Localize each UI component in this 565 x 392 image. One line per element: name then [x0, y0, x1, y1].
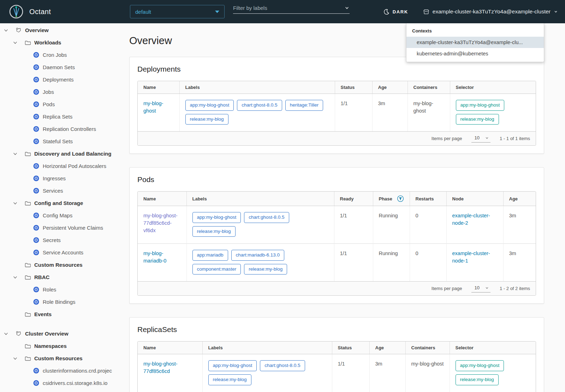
- sidebar-item-label: Daemon Sets: [43, 64, 75, 70]
- resource-link[interactable]: my-blog-ghost: [143, 100, 174, 115]
- resource-link[interactable]: my-blog-mariadb-0: [143, 250, 181, 265]
- chevron-down-icon[interactable]: [4, 331, 16, 336]
- sidebar-item-pods[interactable]: Pods: [0, 98, 120, 110]
- pods-table: NameLabelsReadyPhaseRestartsNodeAgemy-bl…: [138, 192, 536, 281]
- cell-text: my-blog-ghost: [411, 361, 444, 367]
- resource-link[interactable]: example-cluster-node-2: [452, 212, 498, 227]
- context-option-selected[interactable]: example-cluster-ka3TuTzYo4a@example-clu.…: [406, 37, 544, 48]
- table-cell: example-cluster-node-2: [446, 206, 503, 244]
- column-header-status: Status: [332, 342, 369, 354]
- resource-link[interactable]: my-blog-ghost-77df85c6cd: [143, 360, 197, 375]
- table-cell: 1/1: [334, 206, 373, 244]
- table-row: my-blog-ghost-77df85c6cdapp:my-blog-ghos…: [138, 354, 536, 392]
- label-tag: release:my-blog: [244, 264, 287, 275]
- app-title: Octant: [29, 8, 51, 16]
- page-size-value: 10: [475, 135, 480, 140]
- column-header-name: Name: [138, 342, 202, 354]
- cell-text: 3m: [375, 361, 382, 367]
- sidebar-item-custom-resources[interactable]: Custom Resources: [0, 259, 120, 271]
- table-cell: example-cluster-node-1: [446, 244, 503, 282]
- sidebar-item-horizontal-pod-autoscalers[interactable]: Horizontal Pod Autoscalers: [0, 160, 120, 172]
- chevron-down-icon[interactable]: [13, 275, 25, 280]
- pagination-range: 1 - 2 of 2 items: [500, 286, 530, 291]
- column-header-label: Age: [378, 85, 387, 90]
- services-icon: [33, 188, 39, 194]
- sections-container: DeploymentsNameLabelsStatusAgeContainers…: [129, 57, 544, 392]
- label-tag: heritage:Tiller: [285, 100, 323, 111]
- sidebar-item-config-maps[interactable]: Config Maps: [0, 209, 120, 222]
- selector-tag: app:my-blog-ghost: [456, 100, 505, 111]
- sidebar-item-overview[interactable]: Overview: [0, 24, 120, 36]
- page-size-select[interactable]: 10: [471, 284, 490, 293]
- sidebar-item-replica-sets[interactable]: Replica Sets: [0, 110, 120, 123]
- pods-icon: [33, 101, 39, 107]
- sidebar-item-namespaces[interactable]: Namespaces: [0, 340, 120, 352]
- cell-text: 1/1: [338, 361, 345, 367]
- sidebar-item-csidrivers-csi-storage-k8s-io[interactable]: csidrivers.csi.storage.k8s.io: [0, 377, 120, 389]
- chevron-down-icon[interactable]: [4, 28, 16, 33]
- cell-text: 3m: [509, 251, 516, 256]
- sidebar-item-label: RBAC: [34, 274, 49, 280]
- deployments-table: NameLabelsStatusAgeContainersSelectormy-…: [138, 81, 536, 131]
- sidebar-item-config-and-storage[interactable]: Config and Storage: [0, 197, 120, 209]
- sidebar-item-secrets[interactable]: Secrets: [0, 234, 120, 246]
- column-header-name: Name: [138, 81, 179, 94]
- sidebar-item-workloads[interactable]: Workloads: [0, 36, 120, 49]
- sidebar-item-label: Role Bindings: [43, 299, 76, 305]
- sidebar-item-label: Replica Sets: [43, 114, 72, 120]
- label-tags: app:my-blog-ghostchart:ghost-8.0.5releas…: [208, 360, 326, 385]
- label-tag: chart:ghost-8.0.5: [260, 360, 305, 371]
- secrets-icon: [33, 237, 39, 243]
- sidebar-item-deployments[interactable]: Deployments: [0, 73, 120, 86]
- sidebar-item-cron-jobs[interactable]: Cron Jobs: [0, 49, 120, 61]
- chevron-down-icon[interactable]: [344, 5, 350, 11]
- sidebar-item-jobs[interactable]: Jobs: [0, 86, 120, 98]
- sidebar-item-custom-resources[interactable]: Custom Resources: [0, 352, 120, 364]
- chevron-down-icon[interactable]: [13, 356, 25, 361]
- sidebar-item-services[interactable]: Services: [0, 185, 120, 197]
- label-tag: app:mariadb: [192, 250, 228, 261]
- chevron-down-icon[interactable]: [13, 40, 25, 45]
- section-title: ReplicaSets: [137, 325, 536, 334]
- chevron-down-icon: [485, 286, 489, 290]
- chevron-down-icon[interactable]: [13, 201, 25, 206]
- sidebar-item-discovery-and-load-balancing[interactable]: Discovery and Load Balancing: [0, 147, 120, 160]
- column-header-labels: Labels: [202, 342, 332, 354]
- label-tag: app:my-blog-ghost: [208, 360, 257, 371]
- resource-link[interactable]: example-cluster-node-1: [452, 250, 498, 265]
- filter-funnel-icon[interactable]: [397, 195, 404, 202]
- folder-icon: [25, 343, 31, 349]
- context-selector-button[interactable]: example-cluster-ka3TuTzYo4a@example-clus…: [423, 8, 558, 15]
- column-header-label: Age: [509, 196, 518, 201]
- column-header-restarts: Restarts: [410, 192, 446, 206]
- resource-link[interactable]: my-blog-ghost-77df85c6cd-vf6dx: [143, 212, 181, 234]
- sidebar-item-stateful-sets[interactable]: Stateful Sets: [0, 135, 120, 147]
- sidebar-item-rbac[interactable]: RBAC: [0, 271, 120, 283]
- replica-sets-icon: [33, 114, 39, 120]
- column-header-ready: Ready: [334, 192, 373, 206]
- sidebar-item-daemon-sets[interactable]: Daemon Sets: [0, 61, 120, 73]
- context-option[interactable]: kubernetes-admin@kubernetes: [406, 48, 544, 59]
- sidebar-item-replication-controllers[interactable]: Replication Controllers: [0, 123, 120, 135]
- label-filter-input[interactable]: [233, 5, 344, 11]
- namespace-select[interactable]: default: [130, 5, 225, 18]
- custom-resource-icon: [33, 380, 39, 386]
- sidebar-item-events[interactable]: Events: [0, 308, 120, 320]
- dark-theme-toggle[interactable]: DARK: [383, 9, 408, 15]
- label-tag: release:my-blog: [208, 374, 251, 385]
- contexts-dropdown: Contexts example-cluster-ka3TuTzYo4a@exa…: [406, 23, 544, 62]
- table-cell: my-blog-ghost: [138, 94, 179, 132]
- sidebar-item-persistent-volume-claims[interactable]: Persistent Volume Claims: [0, 222, 120, 234]
- sidebar-item-role-bindings[interactable]: Role Bindings: [0, 296, 120, 308]
- table-header-row: NameLabelsReadyPhaseRestartsNodeAge: [138, 192, 536, 206]
- sidebar-item-clusterinformations-crd-projec[interactable]: clusterinformations.crd.projec: [0, 364, 120, 377]
- daemon-sets-icon: [33, 64, 39, 70]
- page-size-select[interactable]: 10: [471, 134, 490, 143]
- chevron-down-icon[interactable]: [13, 151, 25, 156]
- column-header-label: Restarts: [416, 196, 434, 201]
- label-tags: app:my-blog-ghostchart:ghost-8.0.5releas…: [192, 212, 328, 237]
- sidebar-item-ingresses[interactable]: Ingresses: [0, 172, 120, 185]
- sidebar-item-cluster-overview[interactable]: Cluster Overview: [0, 327, 120, 340]
- sidebar-item-service-accounts[interactable]: Service Accounts: [0, 246, 120, 259]
- sidebar-item-roles[interactable]: Roles: [0, 283, 120, 296]
